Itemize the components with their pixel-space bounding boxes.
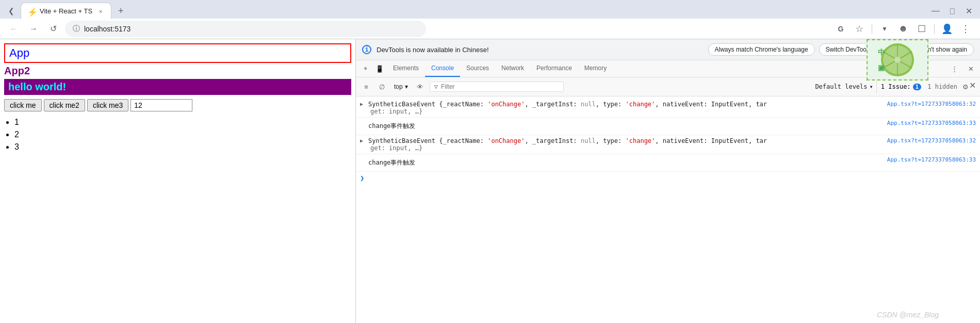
devtools-inspect-button[interactable]: ⌖ <box>358 61 372 76</box>
top-dropdown-icon: ▾ <box>405 83 408 90</box>
main-area: App App2 hello world! click me click me2… <box>0 39 980 323</box>
eye-button[interactable]: 👁 <box>414 80 427 93</box>
hidden-label: 1 hidden <box>927 83 957 90</box>
svg-point-5 <box>894 57 901 63</box>
devtools-device-button[interactable]: 📱 <box>372 61 387 76</box>
issues-label: 1 Issue: <box>881 83 911 90</box>
toolbar-right: G ☆ ▼ ☻ ☐ 👤 ⋮ <box>832 21 974 37</box>
info-icon: i <box>362 45 371 54</box>
csdn-watermark: CSDN @mez_Blog <box>877 311 939 319</box>
browser-chrome: ❮ ⚡ Vite + React + TS × + — ⎕ ✕ ← → ↺ ⓘ … <box>0 0 980 39</box>
close-window-button[interactable]: ✕ <box>961 4 976 18</box>
tab-title: Vite + React + TS <box>40 7 92 15</box>
extension2-button[interactable]: ☻ <box>895 21 911 37</box>
log-entry-3: ▶ SyntheticBaseEvent {_reactName: 'onCha… <box>356 135 980 154</box>
log-entry-2: change事件触发 App.tsx?t=1727337058063:33 <box>356 118 980 135</box>
always-match-button[interactable]: Always match Chrome's language <box>708 43 815 56</box>
info-actions: Always match Chrome's language Switch De… <box>708 43 974 56</box>
default-levels[interactable]: Default levels ▾ <box>815 83 873 90</box>
lime-decoration: 中 ▣ <box>867 39 928 80</box>
list-item: 1 <box>14 118 351 127</box>
active-tab[interactable]: ⚡ Vite + React + TS × <box>21 3 111 19</box>
more-tabs-button[interactable]: ⋮ <box>947 61 961 76</box>
list-item: 3 <box>14 142 351 152</box>
console-prompt-row: ❯ <box>356 172 980 184</box>
default-levels-arrow: ▾ <box>870 83 873 90</box>
top-label: top <box>394 83 403 90</box>
maximize-button[interactable]: ⎕ <box>945 4 959 18</box>
tab-nav-back[interactable]: ❮ <box>4 4 19 18</box>
number-input[interactable] <box>130 99 192 111</box>
tab-bar: ❮ ⚡ Vite + React + TS × + — ⎕ ✕ <box>0 0 980 19</box>
filter-area: ▽ <box>430 82 564 92</box>
forward-button[interactable]: → <box>26 21 41 37</box>
log-entry-1: ▶ SyntheticBaseEvent {_reactName: 'onCha… <box>356 99 980 118</box>
click-me3-button[interactable]: click me3 <box>87 99 128 111</box>
address-bar: ← → ↺ ⓘ G ☆ ▼ ☻ ☐ 👤 ⋮ <box>0 19 980 39</box>
prompt-arrow: ❯ <box>360 174 364 182</box>
back-button[interactable]: ← <box>6 21 22 37</box>
minimize-button[interactable]: — <box>928 4 943 18</box>
lime-svg: 中 ▣ <box>872 42 923 78</box>
url-bar: ⓘ <box>65 21 426 37</box>
issues-count: 1 <box>913 84 922 90</box>
lock-icon: ⓘ <box>73 24 80 34</box>
console-sidebar-button[interactable]: ≡ <box>360 80 372 93</box>
translate-button[interactable]: G <box>832 21 849 37</box>
tab-network[interactable]: Network <box>495 60 530 77</box>
app-title: App <box>4 43 351 63</box>
toolbar-separator2 <box>934 24 935 34</box>
new-tab-button[interactable]: + <box>113 4 128 18</box>
toolbar-separator <box>872 24 872 34</box>
devtools-pane: i DevTools is now available in Chinese! … <box>356 39 980 323</box>
button-row: click me click me2 click me3 <box>4 99 351 111</box>
devtools-right-controls: ⋮ ✕ <box>947 61 978 76</box>
profile-button[interactable]: 👤 <box>939 21 955 37</box>
click-me2-button[interactable]: click me2 <box>44 99 85 111</box>
log-link-1[interactable]: App.tsx?t=1727337058063:32 <box>887 101 976 107</box>
issues-area[interactable]: 1 Issue: 1 1 hidden ⚙ <box>876 79 976 94</box>
change-text-2: change事件触发 <box>368 156 885 169</box>
hello-world: hello world! <box>4 79 351 95</box>
tab-memory[interactable]: Memory <box>578 60 613 77</box>
extension3-button[interactable]: ☐ <box>913 21 930 37</box>
tab-console[interactable]: Console <box>425 60 460 77</box>
log-link-3[interactable]: App.tsx?t=1727337058063:32 <box>887 137 976 144</box>
svg-text:▣: ▣ <box>878 64 885 72</box>
devtools-close-button[interactable]: ✕ <box>969 80 976 90</box>
url-input[interactable] <box>84 25 418 33</box>
svg-text:中: 中 <box>878 48 885 56</box>
filter-icon: ▽ <box>434 83 438 90</box>
menu-button[interactable]: ⋮ <box>957 21 974 37</box>
bookmark-button[interactable]: ☆ <box>851 21 868 37</box>
tab-elements[interactable]: Elements <box>387 60 425 77</box>
info-message: DevTools is now available in Chinese! <box>377 46 703 54</box>
default-levels-label: Default levels <box>815 83 867 90</box>
log-row-3: ▶ SyntheticBaseEvent {_reactName: 'onCha… <box>360 137 976 144</box>
change-text-1: change事件触发 <box>368 120 885 133</box>
console-clear-button[interactable]: ∅ <box>375 80 388 93</box>
log-arrow-1[interactable]: ▶ <box>360 101 366 107</box>
tab-sources[interactable]: Sources <box>460 60 495 77</box>
log-text-1: SyntheticBaseEvent {_reactName: 'onChang… <box>368 101 885 108</box>
list-item: 2 <box>14 130 351 139</box>
log-row-2: change事件触发 App.tsx?t=1727337058063:33 <box>360 120 976 133</box>
log-arrow-3[interactable]: ▶ <box>360 138 366 143</box>
log-link-2[interactable]: App.tsx?t=1727337058063:33 <box>887 120 976 126</box>
filter-input[interactable] <box>441 83 559 90</box>
log-row-4: change事件触发 App.tsx?t=1727337058063:33 <box>360 156 976 169</box>
log-link-4[interactable]: App.tsx?t=1727337058063:33 <box>887 156 976 163</box>
click-me-button[interactable]: click me <box>4 99 42 111</box>
extension1-button[interactable]: ▼ <box>876 21 893 37</box>
log-entry-4: change事件触发 App.tsx?t=1727337058063:33 <box>356 154 980 172</box>
top-selector[interactable]: top ▾ <box>391 82 411 91</box>
close-devtools-button[interactable]: ✕ <box>963 61 978 76</box>
log-sub-3: get: input, …} <box>360 144 976 152</box>
tab-performance[interactable]: Performance <box>530 60 578 77</box>
number-list: 1 2 3 <box>4 118 351 152</box>
reload-button[interactable]: ↺ <box>45 21 61 37</box>
tab-favicon: ⚡ <box>27 7 36 15</box>
log-text-3: SyntheticBaseEvent {_reactName: 'onChang… <box>368 137 885 144</box>
tab-close-button[interactable]: × <box>96 7 105 15</box>
log-row-1: ▶ SyntheticBaseEvent {_reactName: 'onCha… <box>360 101 976 108</box>
